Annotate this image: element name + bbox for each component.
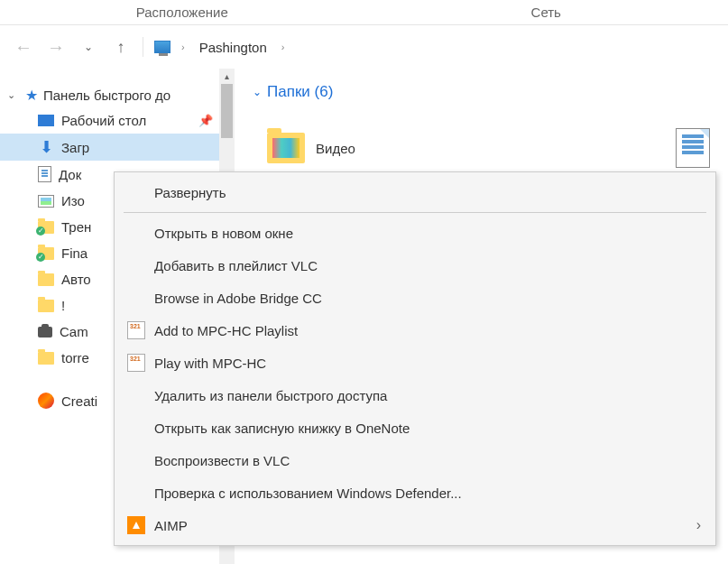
ctx-expand[interactable]: Развернуть <box>115 176 715 208</box>
quick-access-root[interactable]: ⌄ ★ Панель быстрого до <box>0 83 235 107</box>
blank-icon <box>127 419 145 437</box>
address-bar: ← → ⌄ ↑ › Pashington › <box>0 25 728 69</box>
ctx-vlc-play[interactable]: Воспроизвести в VLC <box>115 444 715 476</box>
folder-icon <box>267 133 305 163</box>
picture-icon <box>38 195 54 208</box>
ctx-label: Открыть как записную книжку в OneNote <box>154 421 701 436</box>
ctx-mpc-play[interactable]: Play with MPC-HC <box>115 347 715 379</box>
scroll-up-button[interactable]: ▴ <box>219 69 235 84</box>
ctx-onenote[interactable]: Открыть как записную книжку в OneNote <box>115 411 715 444</box>
desktop-icon <box>38 115 54 126</box>
breadcrumb-separator[interactable]: › <box>281 42 285 52</box>
separator <box>143 37 143 57</box>
blank-icon <box>127 224 145 242</box>
sidebar-item-label: Трен <box>61 219 91 235</box>
sidebar-item-label: Рабочий стол <box>61 113 146 128</box>
mpc-icon <box>127 321 145 339</box>
this-pc-icon <box>154 41 170 53</box>
quick-access-label: Панель быстрого до <box>43 88 170 103</box>
folder-icon <box>38 273 54 286</box>
folders-section-header[interactable]: ⌄ Папки (6) <box>253 83 710 101</box>
sidebar-item-label: Авто <box>61 272 91 287</box>
document-icon <box>38 166 51 182</box>
recent-locations-dropdown[interactable]: ⌄ <box>78 36 99 58</box>
chevron-right-icon: › <box>696 517 701 533</box>
menu-separator <box>124 212 706 213</box>
folder-icon: ✓ <box>38 221 54 234</box>
ctx-mpc-add-playlist[interactable]: Add to MPC-HC Playlist <box>115 314 715 347</box>
ctx-label: Проверка с использованием Windows Defend… <box>154 485 701 501</box>
ctx-adobe-bridge[interactable]: Browse in Adobe Bridge CC <box>115 282 715 314</box>
sidebar-item-label: Cam <box>60 324 88 339</box>
sidebar-item-label: Fina <box>61 245 88 261</box>
ribbon-tab-location[interactable]: Расположение <box>0 0 364 24</box>
forward-button[interactable]: → <box>45 36 67 58</box>
ctx-label: Удалить из панели быстрого доступа <box>154 388 701 403</box>
sidebar-item-label: Док <box>59 167 81 182</box>
aimp-icon <box>127 516 145 534</box>
ctx-label: Play with MPC-HC <box>154 356 701 371</box>
sidebar-item-downloads[interactable]: ⬇ Загр <box>0 134 235 161</box>
sidebar-item-label: Загр <box>61 140 89 155</box>
breadcrumb-separator: › <box>181 42 185 52</box>
folder-icon: ✓ <box>38 247 54 260</box>
up-button[interactable]: ↑ <box>110 36 132 58</box>
star-icon: ★ <box>25 87 38 104</box>
download-icon: ⬇ <box>38 139 54 155</box>
ctx-unpin-quick-access[interactable]: Удалить из панели быстрого доступа <box>115 379 715 411</box>
chevron-down-icon: ⌄ <box>253 86 262 98</box>
ctx-label: Browse in Adobe Bridge CC <box>154 291 701 306</box>
sidebar-item-label: Изо <box>61 193 85 208</box>
document-icon <box>676 128 710 168</box>
blank-icon <box>127 484 145 502</box>
ctx-label: Добавить в плейлист VLC <box>154 258 701 273</box>
blank-icon <box>127 256 145 274</box>
folder-icon <box>38 352 54 365</box>
ctx-label: Воспроизвести в VLC <box>154 453 701 468</box>
ctx-label: Add to MPC-HC Playlist <box>154 323 701 338</box>
sidebar-item-label: Creati <box>61 393 97 409</box>
ctx-label: Открыть в новом окне <box>154 226 701 241</box>
sidebar-item-label: torre <box>61 350 89 365</box>
scroll-thumb[interactable] <box>221 84 233 138</box>
ctx-label: AIMP <box>154 518 687 533</box>
breadcrumb-item[interactable]: Pashington <box>196 40 271 55</box>
section-title: Папки (6) <box>267 83 333 101</box>
ctx-windows-defender[interactable]: Проверка с использованием Windows Defend… <box>115 476 715 509</box>
blank-icon <box>127 451 145 469</box>
ctx-label: Развернуть <box>154 185 701 200</box>
blank-icon <box>127 386 145 404</box>
folder-label: Видео <box>316 141 355 156</box>
blank-icon <box>127 183 145 201</box>
pin-icon: 📌 <box>198 114 213 127</box>
ribbon-tab-network[interactable]: Сеть <box>364 0 729 24</box>
context-menu: Развернуть Открыть в новом окне Добавить… <box>114 171 716 546</box>
folder-item-documents[interactable] <box>676 128 710 168</box>
chevron-down-icon[interactable]: ⌄ <box>7 89 20 101</box>
creative-cloud-icon <box>38 393 54 409</box>
back-button[interactable]: ← <box>13 36 34 58</box>
blank-icon <box>127 289 145 307</box>
ctx-aimp[interactable]: AIMP › <box>115 509 715 541</box>
ctx-vlc-add-playlist[interactable]: Добавить в плейлист VLC <box>115 249 715 282</box>
folder-icon <box>38 300 54 312</box>
folder-item-video[interactable]: Видео <box>267 128 355 168</box>
sidebar-item-label: ! <box>61 298 65 313</box>
camera-icon <box>38 327 52 337</box>
ctx-open-new-window[interactable]: Открыть в новом окне <box>115 217 715 249</box>
mpc-icon <box>127 354 145 372</box>
sidebar-item-desktop[interactable]: Рабочий стол 📌 <box>0 107 235 134</box>
